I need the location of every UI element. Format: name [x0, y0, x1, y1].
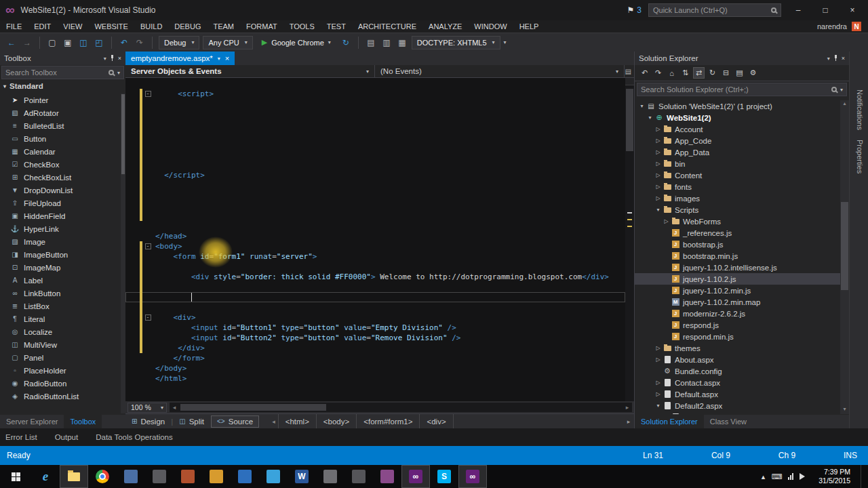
doc-outline-icon-2[interactable]: ▥	[380, 38, 393, 47]
tab-output[interactable]: Output	[55, 433, 79, 441]
toolbox-item-radiobuttonlist[interactable]: ◈RadioButtonList	[0, 390, 120, 403]
fold-collapse-icon[interactable]: -	[145, 91, 151, 97]
toolbox-item-multiview[interactable]: ◫MultiView	[0, 338, 120, 351]
tree-item-bootstrap-min-js[interactable]: Jbootstrap.min.js	[635, 250, 840, 262]
app-photos-taskbar-button[interactable]	[117, 465, 145, 488]
auto-hide-pin-icon[interactable]	[109, 55, 115, 62]
expander-right-icon[interactable]: ▷	[654, 138, 663, 144]
tree-item-jquery-1-10-2-intellisense-js[interactable]: Jjquery-1.10.2.intellisense.js	[635, 262, 840, 273]
tree-item-bootstrap-js[interactable]: Jbootstrap.js	[635, 239, 840, 250]
notifications-tab[interactable]: Notifications	[854, 89, 864, 130]
tree-item-solution-website1-2-1-project-[interactable]: ▾▤Solution 'WebSite1(2)' (1 project)	[635, 100, 840, 112]
chrome-taskbar-button[interactable]	[88, 465, 117, 488]
code-line[interactable]	[125, 129, 625, 140]
toolbox-item-pointer[interactable]: ➤Pointer	[0, 94, 120, 106]
scrollbar-thumb[interactable]	[841, 202, 848, 290]
network-icon[interactable]	[788, 473, 793, 480]
expander-right-icon[interactable]: ▷	[654, 195, 663, 201]
code-line[interactable]: <input id="Button1" type="button" value=…	[125, 323, 625, 333]
expander-right-icon[interactable]: ▷	[654, 345, 663, 351]
code-line[interactable]	[125, 150, 625, 160]
show-desktop-button[interactable]	[861, 465, 865, 488]
code-line[interactable]	[125, 211, 625, 221]
switch-views-icon[interactable]: ⇅	[679, 67, 691, 79]
save-all-icon[interactable]: ◰	[93, 38, 105, 47]
app-blue-taskbar-button[interactable]	[231, 465, 259, 488]
toolbox-item-linkbutton[interactable]: ∞LinkButton	[0, 287, 120, 300]
code-line[interactable]	[125, 302, 625, 312]
breadcrumb-body[interactable]: <body>	[316, 414, 356, 429]
toolbox-item-checkbox[interactable]: ☑CheckBox	[0, 158, 120, 171]
scroll-down-icon[interactable]: ▾	[840, 406, 849, 414]
nav-forward-icon[interactable]: →	[21, 38, 33, 47]
toolbox-item-literal[interactable]: ¶Literal	[0, 312, 120, 325]
breadcrumb-div[interactable]: <div>	[419, 414, 453, 429]
tree-item-images[interactable]: ▷images	[635, 192, 840, 204]
toolbox-item-dropdownlist[interactable]: ▼DropDownList	[0, 184, 120, 197]
hidden-icons-chevron[interactable]: ▴	[762, 472, 766, 481]
tree-item-app-code[interactable]: ▷App_Code	[635, 135, 840, 146]
open-file-icon[interactable]: ▣	[62, 38, 74, 47]
menu-file[interactable]: FILE	[0, 20, 28, 33]
toolbox-item-adrotator[interactable]: ▧AdRotator	[0, 106, 120, 119]
tree-item-about-aspx[interactable]: ▷About.aspx	[635, 354, 840, 365]
app-paint-taskbar-button[interactable]	[202, 465, 231, 488]
toolbox-item-listbox[interactable]: ≣ListBox	[0, 300, 120, 312]
split-view-button[interactable]: ◫ Split	[174, 415, 210, 428]
properties-icon[interactable]: ⚙	[747, 67, 759, 79]
doctype-dropdown[interactable]: DOCTYPE: XHTML5▾	[412, 36, 500, 49]
menu-debug[interactable]: DEBUG	[168, 20, 207, 33]
code-editor[interactable]: - <script> </script></head>-<body> <form…	[125, 78, 634, 401]
window-position-icon[interactable]: ▾	[104, 56, 106, 62]
app-pen-taskbar-button[interactable]	[344, 465, 373, 488]
tree-item-respond-js[interactable]: Jrespond.js	[635, 319, 840, 331]
menu-architecture[interactable]: ARCHITECTURE	[352, 20, 422, 33]
fold-collapse-icon[interactable]: -	[145, 314, 151, 321]
vertical-scrollbar[interactable]	[625, 78, 634, 401]
scroll-left-icon[interactable]: ◂	[170, 404, 179, 411]
code-line[interactable]: <div style="border: thick solid #FF0000"…	[125, 272, 625, 282]
object-dropdown[interactable]: Server Objects & Events ▾	[125, 65, 375, 77]
notifications-flag-icon[interactable]: ⚑	[627, 5, 635, 15]
code-line[interactable]	[125, 190, 625, 201]
toolbar-overflow-icon[interactable]: ▾	[504, 39, 507, 45]
tree-item--references-js[interactable]: J_references.js	[635, 227, 840, 239]
tree-item-website1-2-[interactable]: ▾⊕WebSite1(2)	[635, 112, 840, 123]
code-line[interactable]: </html>	[125, 373, 625, 384]
menu-test[interactable]: TEST	[321, 20, 352, 33]
menu-view[interactable]: VIEW	[57, 20, 88, 33]
tab-server-explorer[interactable]: Server Explorer	[0, 415, 64, 428]
signed-in-user[interactable]: narendra	[817, 22, 847, 30]
refresh-icon[interactable]: ↻	[707, 67, 718, 79]
show-all-files-icon[interactable]: ▤	[734, 67, 745, 79]
undo-icon[interactable]: ↶	[118, 38, 130, 47]
code-line[interactable]	[125, 201, 625, 211]
menu-build[interactable]: BUILD	[134, 20, 168, 33]
user-avatar-badge[interactable]: N	[852, 22, 861, 31]
scrollbar-thumb[interactable]	[626, 89, 633, 151]
solution-explorer-header[interactable]: Solution Explorer ▾ ×	[635, 52, 849, 65]
menu-team[interactable]: TEAM	[207, 20, 240, 33]
tree-item-jquery-1-10-2-js[interactable]: Jjquery-1.10.2.js	[635, 273, 840, 285]
expander-right-icon[interactable]: ▷	[654, 184, 663, 190]
code-line[interactable]	[125, 99, 625, 109]
redo-icon[interactable]: ↷	[134, 38, 146, 47]
tree-item-bundle-config[interactable]: ⚙Bundle.config	[635, 365, 840, 377]
code-line[interactable]: </body>	[125, 363, 625, 373]
save-icon[interactable]: ◫	[77, 38, 90, 47]
toolbox-item-hyperlink[interactable]: ⚓HyperLink	[0, 222, 120, 235]
collapse-all-icon[interactable]: ⊟	[720, 67, 732, 79]
quick-launch-input[interactable]: Quick Launch (Ctrl+Q)	[648, 3, 781, 17]
expander-right-icon[interactable]: ▷	[654, 380, 663, 386]
minimize-button[interactable]: –	[788, 5, 808, 15]
toolbox-item-hiddenfield[interactable]: ▣HiddenField	[0, 209, 120, 222]
toolbox-item-imagemap[interactable]: ⊡ImageMap	[0, 261, 120, 274]
splitter-grip[interactable]	[625, 78, 634, 85]
toolbox-item-panel[interactable]: ▢Panel	[0, 351, 120, 364]
menu-help[interactable]: HELP	[513, 20, 545, 33]
tab-solution-explorer[interactable]: Solution Explorer	[635, 415, 704, 428]
tree-item-scripts[interactable]: ▾Scripts	[635, 204, 840, 216]
tree-item-app-data[interactable]: ▷App_Data	[635, 146, 840, 158]
tab-class-view[interactable]: Class View	[704, 415, 753, 428]
source-view-button[interactable]: <> Source	[211, 415, 259, 428]
